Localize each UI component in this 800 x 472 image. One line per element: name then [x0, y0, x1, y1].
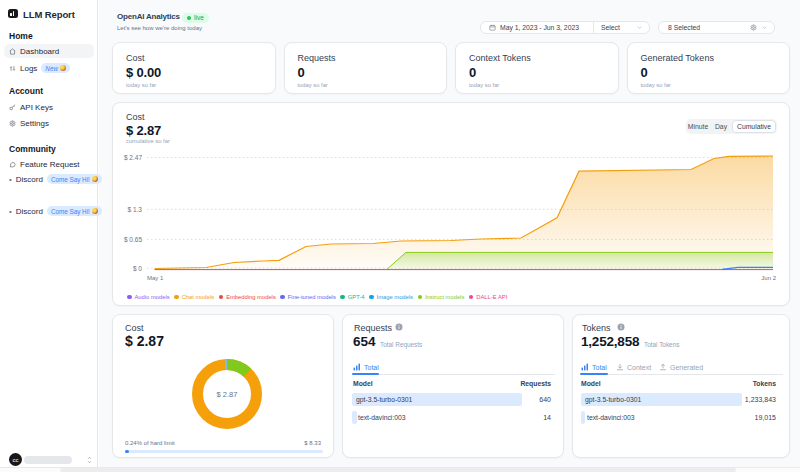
svg-text:May 1: May 1: [147, 275, 164, 281]
svg-text:$ 1.3: $ 1.3: [128, 206, 143, 213]
svg-text:$ 2.87: $ 2.87: [217, 390, 238, 399]
svg-text:$ 0: $ 0: [133, 265, 142, 272]
svg-text:$ 2.47: $ 2.47: [124, 154, 142, 161]
svg-text:Jun 2: Jun 2: [761, 275, 776, 281]
svg-text:$ 0.65: $ 0.65: [124, 236, 142, 243]
